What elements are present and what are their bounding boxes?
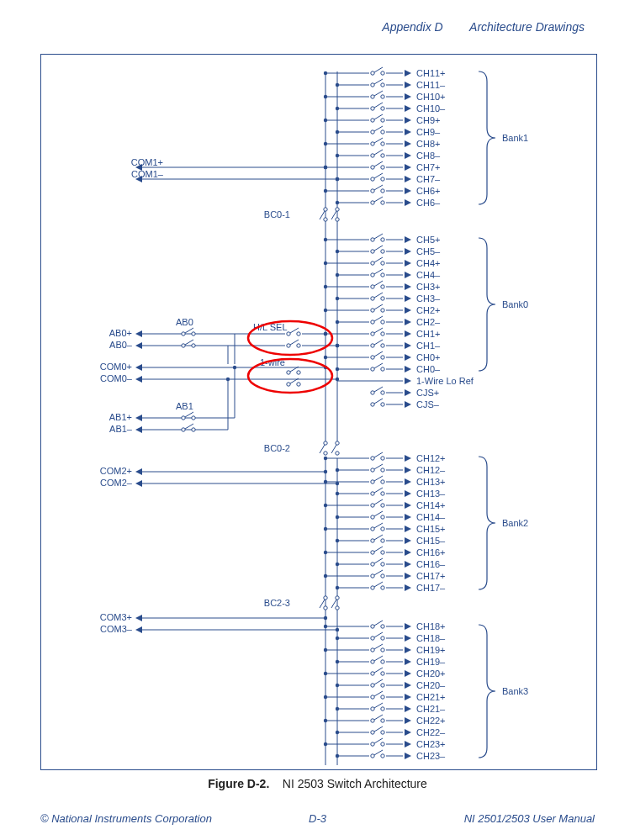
svg-point-151 — [371, 320, 374, 324]
svg-text:CH12+: CH12+ — [416, 453, 446, 463]
svg-point-383 — [336, 637, 339, 640]
svg-point-382 — [324, 625, 327, 628]
svg-point-361 — [336, 596, 339, 600]
svg-text:Bank3: Bank3 — [502, 686, 528, 696]
svg-text:Bank0: Bank0 — [502, 299, 528, 309]
svg-text:CH17+: CH17+ — [416, 571, 446, 581]
svg-point-336 — [381, 563, 384, 566]
svg-point-329 — [371, 551, 374, 554]
svg-text:CH7–: CH7– — [416, 174, 441, 184]
svg-point-94 — [336, 177, 339, 181]
svg-point-173 — [371, 356, 374, 359]
svg-point-201 — [182, 332, 185, 335]
svg-text:CH4–: CH4– — [416, 270, 441, 280]
svg-point-299 — [336, 492, 339, 495]
svg-point-87 — [336, 201, 339, 204]
svg-point-96 — [324, 208, 327, 211]
svg-point-246 — [182, 416, 185, 420]
svg-point-166 — [381, 344, 384, 347]
svg-text:CH1+: CH1+ — [416, 329, 440, 339]
svg-point-231 — [324, 332, 327, 335]
figure-title: NI 2503 Switch Architecture — [283, 777, 427, 790]
svg-point-447 — [371, 754, 374, 758]
svg-text:CH0+: CH0+ — [416, 352, 440, 362]
svg-point-411 — [336, 684, 339, 687]
svg-point-366 — [324, 616, 327, 620]
svg-point-400 — [381, 672, 384, 675]
svg-point-385 — [371, 648, 374, 652]
svg-point-138 — [381, 297, 384, 300]
svg-text:CH20+: CH20+ — [416, 668, 446, 679]
svg-point-287 — [371, 480, 374, 483]
svg-point-354 — [324, 574, 327, 578]
svg-point-117 — [371, 262, 374, 265]
figure-caption: Figure D-2. NI 2503 Switch Architecture — [0, 777, 635, 790]
appendix-label: Appendix D — [382, 20, 442, 34]
svg-point-405 — [371, 684, 374, 687]
svg-point-226 — [287, 344, 290, 347]
svg-text:COM0–: COM0– — [100, 373, 133, 383]
svg-point-194 — [371, 403, 374, 406]
svg-point-355 — [336, 586, 339, 589]
svg-point-439 — [336, 731, 339, 734]
svg-point-294 — [381, 492, 384, 495]
svg-point-142 — [324, 285, 327, 288]
svg-point-81 — [371, 201, 374, 204]
svg-point-264 — [336, 452, 339, 455]
svg-text:CH6+: CH6+ — [416, 186, 440, 196]
svg-point-110 — [381, 250, 384, 253]
svg-point-124 — [381, 273, 384, 277]
svg-point-17 — [336, 83, 339, 87]
svg-point-414 — [381, 695, 384, 699]
svg-point-313 — [336, 515, 339, 519]
svg-point-260 — [324, 441, 327, 445]
svg-point-236 — [287, 371, 290, 374]
svg-text:CH10–: CH10– — [416, 103, 446, 114]
svg-text:CH11–: CH11– — [416, 80, 446, 90]
svg-point-76 — [381, 189, 384, 193]
svg-point-67 — [371, 177, 374, 181]
svg-point-298 — [324, 480, 327, 483]
svg-point-34 — [381, 119, 384, 122]
svg-point-131 — [371, 285, 374, 288]
svg-point-190 — [381, 391, 384, 394]
svg-text:CH3–: CH3– — [416, 293, 441, 304]
svg-point-242 — [248, 321, 332, 355]
svg-text:AB1–: AB1– — [109, 424, 133, 434]
svg-point-93 — [324, 166, 327, 169]
svg-text:CH5–: CH5– — [416, 246, 441, 256]
svg-point-239 — [287, 383, 290, 386]
svg-point-420 — [381, 707, 384, 711]
svg-text:AB1: AB1 — [176, 401, 193, 411]
svg-point-273 — [371, 457, 374, 460]
svg-point-5 — [371, 71, 374, 75]
svg-text:COM3–: COM3– — [100, 624, 133, 634]
svg-point-137 — [371, 297, 374, 300]
svg-point-279 — [371, 468, 374, 472]
svg-point-359 — [324, 606, 327, 610]
svg-text:CH22+: CH22+ — [416, 716, 446, 726]
svg-point-33 — [371, 119, 374, 122]
copyright: © National Instruments Corporation — [40, 812, 212, 825]
svg-point-97 — [324, 218, 327, 221]
svg-point-448 — [381, 754, 384, 758]
svg-point-340 — [324, 551, 327, 554]
svg-point-358 — [324, 596, 327, 600]
svg-text:CJS+: CJS+ — [416, 388, 439, 398]
svg-text:COM3+: COM3+ — [100, 612, 132, 622]
svg-point-247 — [192, 416, 195, 420]
svg-text:Bank1: Bank1 — [502, 133, 528, 143]
svg-text:CH13–: CH13– — [416, 489, 446, 499]
svg-point-378 — [381, 637, 384, 640]
svg-text:BC0-1: BC0-1 — [264, 209, 290, 219]
svg-point-424 — [324, 695, 327, 699]
page-number: D-3 — [309, 812, 326, 825]
svg-text:CH0–: CH0– — [416, 364, 441, 374]
svg-point-179 — [371, 367, 374, 371]
svg-point-372 — [381, 625, 384, 628]
svg-point-20 — [381, 95, 384, 98]
svg-point-156 — [324, 309, 327, 312]
svg-point-419 — [371, 707, 374, 711]
svg-text:CH4+: CH4+ — [416, 258, 440, 268]
svg-text:CJS–: CJS– — [416, 399, 440, 409]
